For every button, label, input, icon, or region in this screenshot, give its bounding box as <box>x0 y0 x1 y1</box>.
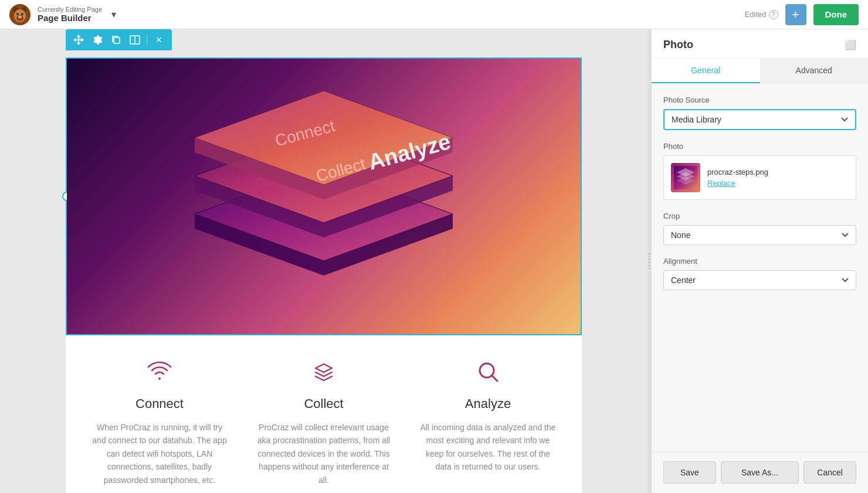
image-block[interactable]: Connect Collect Analyze <box>66 57 582 335</box>
image-block-toolbar: ✕ <box>66 29 172 50</box>
close-icon[interactable]: ✕ <box>151 32 167 48</box>
topbar-dropdown-arrow[interactable]: ▾ <box>111 9 116 20</box>
analyze-search-icon <box>475 359 501 387</box>
photo-source-select[interactable]: Media Library URL Stock Photos <box>663 109 856 130</box>
done-button[interactable]: Done <box>813 4 859 25</box>
tab-general[interactable]: General <box>652 59 760 83</box>
cancel-button[interactable]: Cancel <box>803 461 856 484</box>
panel-content: Photo Source Media Library URL Stock Pho… <box>652 84 868 451</box>
alignment-field: Alignment Left Center Right <box>663 257 856 290</box>
action-buttons: Save Save As... Cancel <box>652 451 868 493</box>
feature-connect-desc: When ProCraz is running, it will try and… <box>89 421 230 487</box>
image-block-container: ✕ <box>66 52 582 335</box>
panel-title: Photo <box>663 39 693 51</box>
topbar-titles: Currently Editing Page Page Builder <box>38 6 102 23</box>
avatar <box>9 4 30 25</box>
features-section: Connect When ProCraz is running, it will… <box>66 335 582 493</box>
feature-connect: Connect When ProCraz is running, it will… <box>77 359 242 487</box>
feature-collect-title: Collect <box>304 396 343 412</box>
topbar-subtitle: Currently Editing Page <box>38 6 102 13</box>
save-button[interactable]: Save <box>663 461 716 484</box>
photo-thumbnail <box>671 163 700 192</box>
help-icon[interactable]: ? <box>769 10 778 19</box>
canvas-area: ✕ <box>0 29 647 493</box>
photo-source-label: Photo Source <box>663 96 856 104</box>
photo-source-field: Photo Source Media Library URL Stock Pho… <box>663 96 856 130</box>
photo-filename: procraz-steps.png <box>707 168 768 176</box>
svg-point-5 <box>16 13 19 15</box>
photo-field: Photo <box>663 142 856 200</box>
feature-collect: Collect ProCraz will collect irrelevant … <box>242 359 406 487</box>
photo-replace-link[interactable]: Replace <box>707 179 768 188</box>
crop-select[interactable]: None 1:1 Square 4:3 16:9 Custom <box>663 225 856 245</box>
svg-line-24 <box>492 376 497 381</box>
add-element-button[interactable]: + <box>785 4 806 25</box>
photo-label: Photo <box>663 142 856 151</box>
columns-icon[interactable] <box>127 32 143 48</box>
feature-connect-title: Connect <box>135 396 184 412</box>
topbar-right: Edited ? + Done <box>745 4 859 25</box>
save-as-button[interactable]: Save As... <box>721 461 799 484</box>
alignment-label: Alignment <box>663 257 856 266</box>
feature-collect-desc: ProCraz will collect irrelevant usage ak… <box>253 421 394 487</box>
panel-tabs: General Advanced <box>652 59 868 84</box>
crop-field: Crop None 1:1 Square 4:3 16:9 Custom <box>663 212 856 245</box>
move-icon[interactable] <box>70 32 87 48</box>
right-panel: Photo ⬜ General Advanced Photo Source Me… <box>651 29 868 493</box>
duplicate-icon[interactable] <box>108 32 124 48</box>
svg-point-6 <box>21 13 23 15</box>
topbar-title: Page Builder <box>38 13 102 23</box>
stack-icon <box>311 359 337 387</box>
svg-point-7 <box>18 16 22 18</box>
feature-analyze-title: Analyze <box>465 396 511 412</box>
topbar-left: Currently Editing Page Page Builder ▾ <box>9 4 116 25</box>
alignment-select[interactable]: Left Center Right <box>663 270 856 290</box>
feature-analyze: Analyze All incoming data is analyzed an… <box>406 359 570 487</box>
wifi-icon <box>147 359 172 387</box>
crop-label: Crop <box>663 212 856 220</box>
photo-preview: procraz-steps.png Replace <box>663 155 856 200</box>
topbar-edited-status: Edited ? <box>745 10 778 19</box>
panel-collapse-button[interactable]: ⬜ <box>845 39 856 50</box>
panel-header: Photo ⬜ <box>652 29 868 59</box>
main-layout: ✕ <box>0 29 868 493</box>
toolbar-divider <box>147 34 147 46</box>
photo-info: procraz-steps.png Replace <box>707 168 768 188</box>
image-preview: Connect Collect Analyze <box>67 59 581 334</box>
tab-advanced[interactable]: Advanced <box>760 59 869 83</box>
topbar: Currently Editing Page Page Builder ▾ Ed… <box>0 0 868 29</box>
svg-rect-8 <box>114 38 120 43</box>
feature-analyze-desc: All incoming data is analyzed and the mo… <box>418 421 558 474</box>
settings-icon[interactable] <box>89 32 106 48</box>
